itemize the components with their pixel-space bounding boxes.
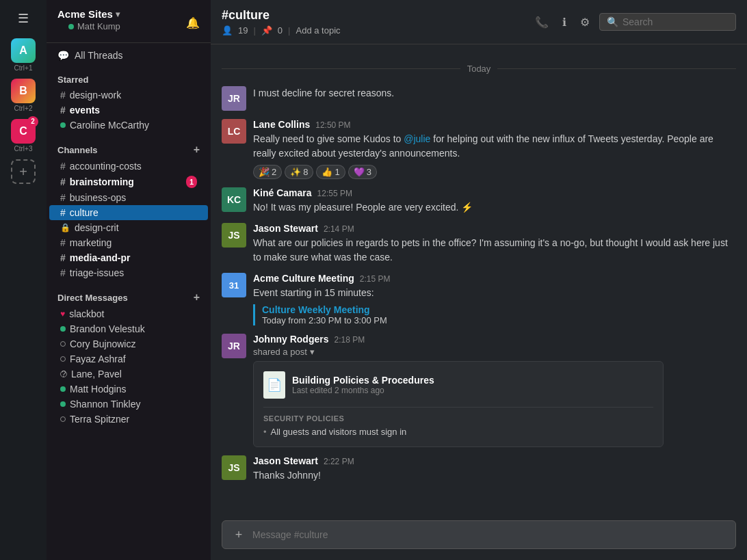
channel-header-left: #culture 👤 19 | 📌 0 | Add a topic (222, 8, 341, 36)
sidebar-item-cory[interactable]: Cory Bujnowicz (49, 336, 208, 351)
sidebar-item-accounting-costs[interactable]: # accounting-costs (49, 159, 208, 174)
add-workspace-button[interactable]: + (11, 159, 36, 184)
sidebar-item-slackbot[interactable]: ♥ slackbot (49, 306, 208, 321)
channels-section-header: Channels + (47, 141, 211, 159)
sidebar-header: Acme Sites ▾ Matt Kump 🔔 (47, 0, 211, 43)
sidebar: Acme Sites ▾ Matt Kump 🔔 💬 All Threads S… (47, 0, 211, 560)
reaction-party[interactable]: 🎉 2 (253, 165, 282, 179)
message-header-jason-2: Jason Stewart 2:22 PM (253, 455, 736, 466)
all-threads-item[interactable]: 💬 All Threads (47, 47, 211, 64)
sidebar-item-triage-issues[interactable]: # triage-issues (49, 265, 208, 280)
sidebar-item-matt-hodgins[interactable]: Matt Hodgins (49, 382, 208, 397)
lane-question-icon: ? (60, 371, 67, 377)
sidebar-item-events[interactable]: # events (49, 103, 208, 118)
message-content-calendar: Acme Culture Meeting 2:15 PM Event start… (253, 273, 736, 325)
brainstorming-badge: 1 (186, 176, 197, 188)
reaction-thumbsup[interactable]: 👍 1 (316, 165, 345, 179)
user-online-indicator (68, 24, 74, 29)
message-author: Lane Collins (253, 119, 310, 130)
sidebar-item-fayaz[interactable]: Fayaz Ashraf (49, 351, 208, 366)
channel-meta: 👤 19 | 📌 0 | Add a topic (222, 25, 341, 36)
sidebar-item-design-crit[interactable]: 🔒 design-crit (49, 220, 208, 235)
notification-bell[interactable]: 🔔 (186, 16, 200, 29)
message-time-kine: 12:55 PM (317, 189, 352, 198)
event-card: Culture Weekly Meeting Today from 2:30 P… (253, 304, 736, 325)
ws3-badge: 2 (27, 116, 38, 127)
search-input[interactable] (622, 16, 729, 27)
doc-header: 📄 Building Policies & Procedures Last ed… (263, 371, 653, 399)
avatar-jason: JS (222, 223, 246, 248)
settings-button[interactable]: ⚙ (576, 13, 594, 31)
slackbot-heart-icon: ♥ (60, 309, 65, 319)
dropdown-chevron-icon[interactable]: ▾ (310, 347, 315, 357)
message-input[interactable] (252, 529, 727, 540)
message-time-jason-2: 2:22 PM (324, 457, 354, 466)
sidebar-item-lane-pavel[interactable]: ? Lane, Pavel (49, 366, 208, 382)
reaction-heart[interactable]: 💜 3 (348, 165, 377, 179)
threads-icon: 💬 (57, 50, 69, 61)
hash-icon: # (60, 252, 66, 263)
phone-call-button[interactable]: 📞 (531, 13, 553, 31)
caroline-online-dot (60, 122, 66, 128)
all-threads-label: All Threads (75, 50, 123, 61)
message-text: I must decline for secret reasons. (253, 86, 736, 101)
terra-offline-circle (60, 416, 66, 422)
ws1-label: Ctrl+1 (14, 64, 33, 72)
starred-section: Starred # design-work # events Caroline … (47, 68, 211, 137)
message-content-jason-2: Jason Stewart 2:22 PM Thanks Johnny! (253, 455, 736, 483)
message-input-box: + (222, 520, 736, 549)
reaction-sparkles[interactable]: ✨ 8 (285, 165, 313, 179)
message-text-kine: No! It was my pleasure! People are very … (253, 200, 736, 215)
avatar-johnny: JR (222, 334, 246, 358)
ws2-icon: B (19, 85, 27, 97)
message-content-kine: Kiné Camara 12:55 PM No! It was my pleas… (253, 187, 736, 215)
workspace-2[interactable]: B Ctrl+2 (7, 76, 40, 115)
sidebar-item-culture[interactable]: # culture (49, 205, 208, 220)
event-title[interactable]: Culture Weekly Meeting (262, 304, 736, 315)
ws3-icon: C (19, 125, 27, 137)
message-time-johnny: 2:18 PM (334, 335, 365, 345)
dm-section-header: Direct Messages + (47, 289, 211, 306)
sidebar-item-shannon[interactable]: Shannon Tinkley (49, 397, 208, 412)
doc-info: Building Policies & Procedures Last edit… (292, 375, 434, 395)
shared-post-card: 📄 Building Policies & Procedures Last ed… (253, 361, 664, 447)
hash-icon: # (60, 176, 66, 187)
sidebar-item-marketing[interactable]: # marketing (49, 235, 208, 250)
sidebar-item-design-work[interactable]: # design-work (49, 88, 208, 103)
message-group-jason-2: JS Jason Stewart 2:22 PM Thanks Johnny! (211, 451, 747, 487)
doc-title[interactable]: Building Policies & Procedures (292, 375, 434, 386)
info-button[interactable]: ℹ (558, 13, 571, 31)
message-input-area: + (211, 514, 747, 560)
pin-count: 0 (278, 25, 283, 36)
message-time-jason-1: 2:14 PM (324, 224, 354, 234)
hamburger-button[interactable]: ☰ (12, 8, 34, 29)
add-dm-button[interactable]: + (194, 291, 200, 304)
workspace-1[interactable]: A Ctrl+1 (7, 36, 40, 75)
add-channel-button[interactable]: + (194, 144, 200, 156)
sidebar-item-business-ops[interactable]: # business-ops (49, 190, 208, 205)
attach-button[interactable]: + (231, 526, 247, 543)
cory-offline-circle (60, 341, 66, 347)
doc-preview: SECURITY POLICIES All guests and visitor… (263, 407, 653, 437)
message-author-jason-2: Jason Stewart (253, 455, 318, 466)
message-content-lane: Lane Collins 12:50 PM Really need to giv… (253, 119, 736, 179)
message-time-calendar: 2:15 PM (360, 274, 391, 284)
message-group-calendar: 31 Acme Culture Meeting 2:15 PM Event st… (211, 269, 747, 330)
sidebar-item-brandon[interactable]: Brandon Velestuk (49, 321, 208, 336)
message-header-calendar: Acme Culture Meeting 2:15 PM (253, 273, 736, 284)
avatar-kine: KC (222, 187, 246, 212)
channel-search[interactable]: 🔍 (599, 13, 736, 31)
sidebar-item-brainstorming[interactable]: # brainstorming 1 (49, 174, 208, 190)
message-header: Lane Collins 12:50 PM (253, 119, 736, 130)
workspace-name[interactable]: Acme Sites ▾ (57, 8, 131, 20)
user-status: Matt Kump (57, 20, 131, 37)
channels-section: Channels + # accounting-costs # brainsto… (47, 137, 211, 284)
sidebar-item-caroline-mccarthy[interactable]: Caroline McCarthy (49, 118, 208, 133)
hash-icon: # (60, 237, 66, 248)
sidebar-item-terra[interactable]: Terra Spitzner (49, 412, 208, 427)
sidebar-item-media-and-pr[interactable]: # media-and-pr (49, 250, 208, 265)
message-author-jason-1: Jason Stewart (253, 223, 318, 234)
workspace-3[interactable]: C 2 Ctrl+3 (7, 116, 40, 155)
ws1-icon: A (19, 44, 27, 57)
add-topic-button[interactable]: Add a topic (296, 25, 340, 36)
